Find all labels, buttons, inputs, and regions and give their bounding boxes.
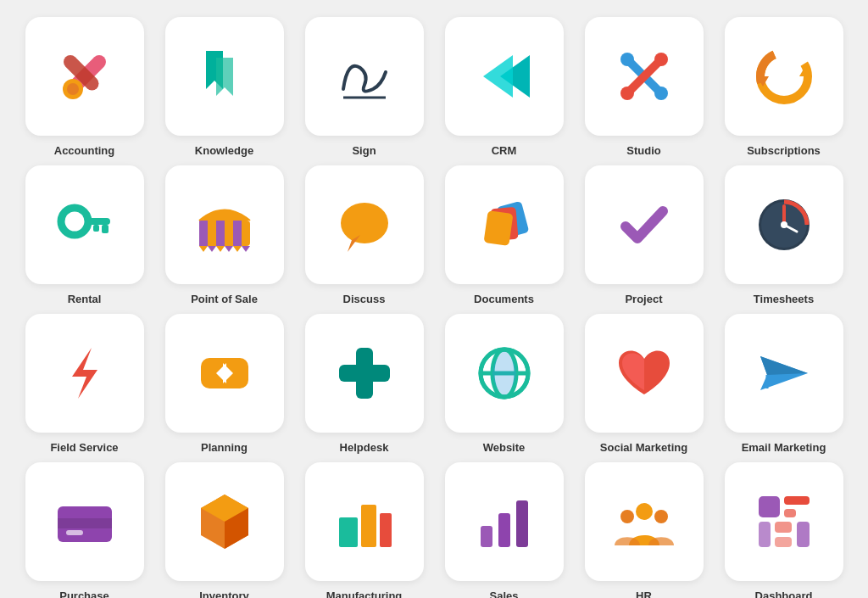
svg-rect-57 xyxy=(58,518,112,528)
app-email-marketing-label: Email Marketing xyxy=(742,441,826,454)
app-accounting-label: Accounting xyxy=(54,144,115,157)
svg-marker-30 xyxy=(225,246,233,252)
svg-point-19 xyxy=(61,208,88,235)
svg-point-3 xyxy=(67,83,79,95)
app-purchase[interactable]: Purchase xyxy=(19,462,150,598)
svg-point-68 xyxy=(636,503,653,520)
app-sales-label: Sales xyxy=(490,590,519,598)
svg-rect-48 xyxy=(339,365,390,382)
app-accounting[interactable]: Accounting xyxy=(19,17,150,157)
app-social-marketing[interactable]: Social Marketing xyxy=(578,314,709,454)
svg-rect-73 xyxy=(784,509,796,517)
svg-rect-25 xyxy=(216,221,225,246)
svg-marker-29 xyxy=(216,246,225,252)
svg-rect-77 xyxy=(775,537,792,547)
app-pos-label: Point of Sale xyxy=(191,293,258,305)
app-helpdesk[interactable]: Helpdesk xyxy=(298,314,430,454)
app-social-marketing-label: Social Marketing xyxy=(600,441,687,454)
app-helpdesk-label: Helpdesk xyxy=(340,441,389,454)
svg-point-12 xyxy=(654,87,668,100)
app-knowledge-label: Knowledge xyxy=(195,144,253,157)
app-rental-label: Rental xyxy=(68,293,102,305)
svg-marker-28 xyxy=(208,246,216,252)
svg-rect-62 xyxy=(339,517,358,547)
app-knowledge[interactable]: Knowledge xyxy=(159,17,290,157)
svg-marker-31 xyxy=(233,246,242,252)
svg-rect-24 xyxy=(199,221,208,246)
app-pos[interactable]: Point of Sale xyxy=(159,165,290,305)
app-studio[interactable]: Studio xyxy=(578,17,709,157)
app-crm-label: CRM xyxy=(492,144,517,157)
app-crm[interactable]: CRM xyxy=(438,17,570,157)
app-inventory-label: Inventory xyxy=(199,590,249,598)
app-manufacturing-label: Manufacturing xyxy=(326,590,403,598)
app-sales[interactable]: Sales xyxy=(438,462,570,598)
app-studio-label: Studio xyxy=(626,144,660,157)
app-grid: Accounting Knowledge Sign xyxy=(19,17,849,598)
app-discuss-label: Discuss xyxy=(343,293,386,305)
app-documents[interactable]: Documents xyxy=(438,165,570,305)
svg-rect-58 xyxy=(66,530,83,535)
svg-rect-26 xyxy=(233,221,242,246)
svg-rect-37 xyxy=(483,210,513,246)
svg-rect-76 xyxy=(797,522,810,547)
app-planning-label: Planning xyxy=(201,441,248,454)
app-email-marketing[interactable]: Email Marketing xyxy=(718,314,849,454)
svg-rect-64 xyxy=(380,513,392,547)
svg-marker-27 xyxy=(199,246,208,252)
app-dashboard[interactable]: Dashboard xyxy=(718,462,849,598)
svg-point-33 xyxy=(341,203,388,243)
svg-marker-32 xyxy=(242,246,250,252)
svg-point-11 xyxy=(620,53,634,66)
app-purchase-label: Purchase xyxy=(59,590,109,598)
svg-point-69 xyxy=(620,510,634,523)
app-hr[interactable]: HR xyxy=(578,462,709,598)
svg-rect-63 xyxy=(361,505,376,547)
svg-rect-20 xyxy=(85,218,110,225)
svg-marker-8 xyxy=(483,55,513,98)
svg-rect-67 xyxy=(516,500,528,547)
app-planning[interactable]: Planning xyxy=(159,314,290,454)
app-sign-label: Sign xyxy=(352,144,376,157)
svg-rect-71 xyxy=(759,496,780,517)
app-subscriptions-label: Subscriptions xyxy=(747,144,821,157)
svg-point-14 xyxy=(620,87,634,100)
app-documents-label: Documents xyxy=(474,293,534,305)
app-website-label: Website xyxy=(483,441,526,454)
app-website[interactable]: Website xyxy=(438,314,570,454)
svg-marker-43 xyxy=(72,348,97,399)
svg-rect-66 xyxy=(498,513,510,547)
svg-point-13 xyxy=(654,53,668,66)
app-subscriptions[interactable]: Subscriptions xyxy=(718,17,849,157)
svg-point-70 xyxy=(654,510,668,523)
svg-marker-5 xyxy=(216,58,233,96)
app-hr-label: HR xyxy=(636,590,652,598)
app-field-service[interactable]: Field Service xyxy=(19,314,150,454)
app-timesheets-label: Timesheets xyxy=(754,293,814,305)
svg-point-42 xyxy=(781,221,787,228)
app-rental[interactable]: Rental xyxy=(19,165,150,305)
svg-marker-54 xyxy=(760,356,808,375)
app-field-service-label: Field Service xyxy=(50,441,118,454)
app-dashboard-label: Dashboard xyxy=(755,590,813,598)
app-project[interactable]: Project xyxy=(578,165,709,305)
app-manufacturing[interactable]: Manufacturing xyxy=(298,462,430,598)
app-inventory[interactable]: Inventory xyxy=(159,462,290,598)
app-project-label: Project xyxy=(625,293,662,305)
app-sign[interactable]: Sign xyxy=(298,17,430,157)
app-discuss[interactable]: Discuss xyxy=(298,165,430,305)
svg-rect-65 xyxy=(481,526,492,547)
svg-rect-72 xyxy=(784,496,810,505)
svg-rect-75 xyxy=(775,522,792,533)
app-timesheets[interactable]: Timesheets xyxy=(718,165,849,305)
svg-rect-74 xyxy=(759,522,771,547)
svg-rect-21 xyxy=(102,225,108,233)
svg-rect-22 xyxy=(93,225,99,232)
